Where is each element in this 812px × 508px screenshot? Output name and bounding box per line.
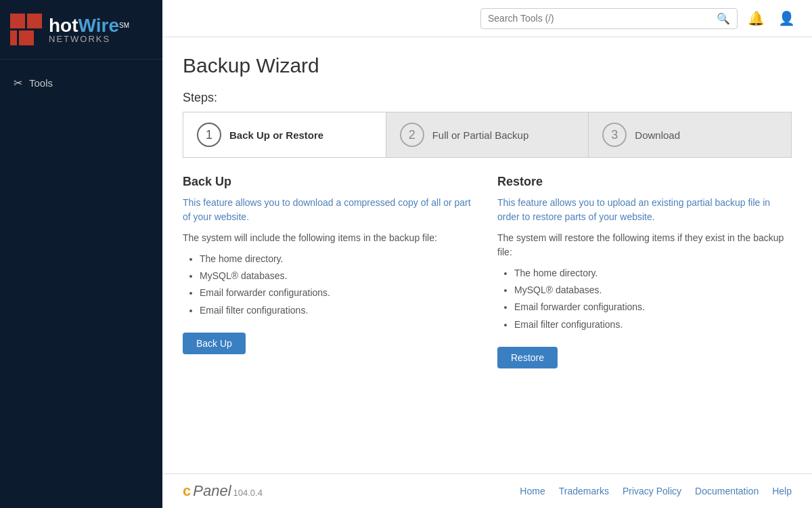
footer-link-help[interactable]: Help — [772, 486, 792, 496]
logo-wire: Wire — [78, 15, 119, 36]
step-3[interactable]: 3 Download — [589, 112, 791, 157]
top-header: 🔍 🔔 👤 — [162, 0, 812, 37]
search-input[interactable] — [488, 13, 711, 24]
restore-desc: This feature allows you to upload an exi… — [497, 196, 792, 224]
search-box-container: 🔍 — [480, 8, 738, 29]
sidebar-nav: ✂ Tools — [0, 60, 162, 106]
logo-square-red-3 — [10, 30, 17, 45]
page-title: Backup Wizard — [183, 54, 792, 77]
footer-link-home[interactable]: Home — [520, 486, 545, 496]
step-2[interactable]: 2 Full or Partial Backup — [386, 112, 589, 157]
steps-bar: 1 Back Up or Restore 2 Full or Partial B… — [183, 112, 792, 158]
logo-square-red-1 — [10, 14, 25, 28]
backup-button[interactable]: Back Up — [183, 333, 246, 354]
list-item: MySQL® databases. — [514, 282, 792, 299]
notifications-button[interactable]: 🔔 — [744, 7, 768, 30]
restore-column: Restore This feature allows you to uploa… — [497, 175, 792, 368]
backup-title: Back Up — [183, 175, 477, 189]
sidebar-item-tools[interactable]: ✂ Tools — [0, 70, 162, 96]
user-profile-button[interactable]: 👤 — [775, 7, 798, 30]
steps-label: Steps: — [183, 91, 792, 105]
cpanel-c: c — [183, 482, 191, 500]
search-button[interactable]: 🔍 — [717, 12, 730, 25]
step-3-num: 3 — [602, 123, 627, 147]
footer: cPanel 104.0.4 Home Trademarks Privacy P… — [162, 473, 812, 508]
cpanel-logo: cPanel 104.0.4 — [183, 482, 263, 500]
logo-square-red-2 — [27, 14, 42, 28]
list-item: The home directory. — [514, 265, 792, 282]
footer-link-trademarks[interactable]: Trademarks — [559, 486, 609, 496]
backup-desc: This feature allows you to download a co… — [183, 196, 477, 224]
main-area: 🔍 🔔 👤 Backup Wizard Steps: 1 Back Up or … — [162, 0, 812, 508]
restore-title: Restore — [497, 175, 792, 189]
cpanel-version: 104.0.4 — [233, 488, 263, 498]
content-area: Backup Wizard Steps: 1 Back Up or Restor… — [162, 37, 812, 473]
sidebar: hotWireSM NETWORKS ✂ Tools — [0, 0, 162, 508]
cpanel-panel: Panel — [193, 482, 231, 500]
logo-text: hotWireSM NETWORKS — [49, 15, 129, 44]
sidebar-item-label: Tools — [29, 77, 53, 89]
footer-links: Home Trademarks Privacy Policy Documenta… — [520, 486, 792, 496]
step-1-label: Back Up or Restore — [229, 129, 323, 141]
list-item: Email forwarder configurations. — [514, 299, 792, 316]
restore-button[interactable]: Restore — [497, 347, 558, 368]
logo-hot: hot — [49, 15, 78, 36]
tools-icon: ✂ — [14, 77, 22, 89]
logo-icon — [10, 14, 42, 45]
two-column-layout: Back Up This feature allows you to downl… — [183, 175, 792, 368]
footer-link-documentation[interactable]: Documentation — [695, 486, 759, 496]
backup-column: Back Up This feature allows you to downl… — [183, 175, 477, 368]
list-item: MySQL® databases. — [200, 268, 477, 284]
backup-sub: The system will include the following it… — [183, 231, 477, 245]
list-item: Email filter configurations. — [514, 316, 792, 333]
backup-list: The home directory. MySQL® databases. Em… — [183, 251, 477, 319]
list-item: Email forwarder configurations. — [200, 284, 477, 301]
logo-sm: SM — [119, 22, 129, 29]
step-3-label: Download — [635, 129, 680, 141]
step-1[interactable]: 1 Back Up or Restore — [183, 112, 386, 157]
list-item: Email filter configurations. — [200, 302, 477, 319]
restore-sub: The system will restore the following it… — [497, 231, 792, 259]
footer-link-privacy[interactable]: Privacy Policy — [623, 486, 681, 496]
restore-list: The home directory. MySQL® databases. Em… — [497, 265, 792, 333]
step-2-num: 2 — [400, 123, 424, 147]
list-item: The home directory. — [200, 251, 477, 268]
logo-hotwire: hotWireSM — [49, 23, 129, 34]
step-1-num: 1 — [197, 123, 221, 147]
step-2-label: Full or Partial Backup — [432, 129, 529, 141]
logo-square-red-4 — [19, 30, 34, 45]
sidebar-logo: hotWireSM NETWORKS — [0, 0, 162, 60]
